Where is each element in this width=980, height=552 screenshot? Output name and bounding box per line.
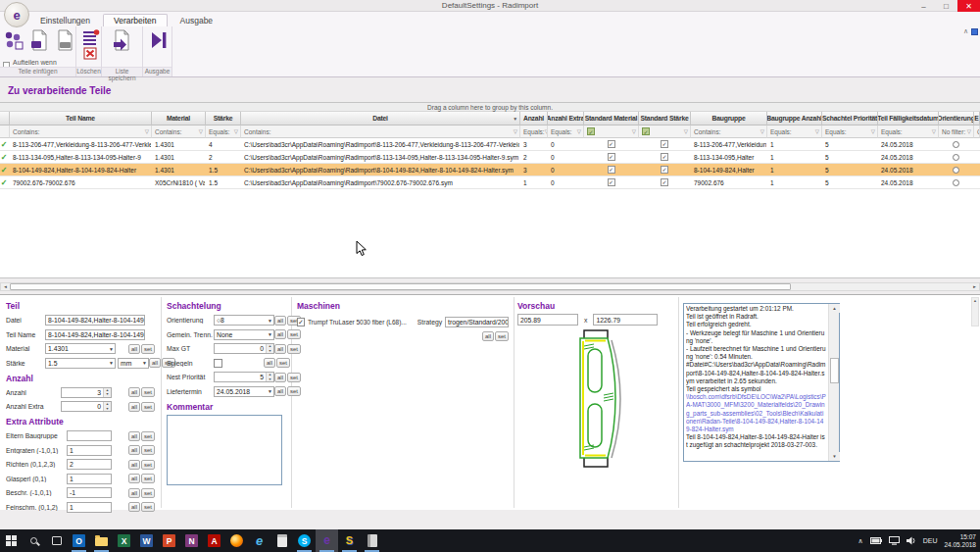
preview-height-field[interactable]: 1226.79 — [593, 314, 658, 326]
insert-parts-button[interactable] — [3, 28, 24, 56]
filter-baugruppe[interactable]: Contains:▽ — [691, 125, 767, 138]
set-button[interactable]: set — [141, 502, 155, 512]
column-header-schachtel_prio[interactable]: Schachtel Priorität — [822, 112, 878, 125]
maximize-button[interactable]: □ — [935, 0, 957, 12]
funnel-icon[interactable]: ▽ — [632, 128, 636, 134]
checkbox-checked-icon[interactable]: ✓ — [661, 153, 668, 161]
orientierung-select[interactable]: ○ 8▼ — [214, 315, 274, 326]
import-part-button[interactable] — [28, 28, 50, 56]
file-explorer-icon[interactable] — [90, 529, 113, 552]
scrollbar-thumb[interactable] — [830, 358, 839, 383]
filter-baugruppe_anzahl[interactable]: Equals:▽ — [767, 125, 822, 138]
checkbox-checked-icon[interactable]: ✓ — [608, 166, 615, 174]
group-by-bar[interactable]: Drag a column here to group by this colu… — [0, 103, 980, 112]
onenote-icon[interactable]: N — [180, 529, 203, 552]
all-button[interactable]: all — [128, 460, 140, 470]
funnel-icon[interactable]: ▽ — [199, 128, 203, 134]
eltern-baugruppe-field[interactable] — [67, 430, 112, 441]
anzahl-extra-spinner[interactable]: 0▲▼ — [61, 401, 112, 412]
filter-e[interactable]: C — [974, 125, 980, 138]
excel-icon[interactable]: X — [113, 529, 135, 552]
checkbox-checked-icon[interactable]: ✓ — [608, 140, 615, 148]
firefox-icon[interactable] — [225, 529, 248, 552]
filter-datei[interactable]: Contains:▽ — [241, 125, 520, 138]
funnel-icon[interactable]: ▽ — [234, 128, 238, 134]
set-button[interactable]: set — [141, 488, 155, 498]
column-header-orientierung[interactable]: Orientierung — [939, 112, 974, 125]
all-button[interactable]: all — [128, 387, 140, 397]
all-button[interactable]: all — [128, 344, 140, 354]
filter-faelligkeit[interactable]: Equals:▽ — [878, 125, 939, 138]
column-header-datei[interactable]: Datei▼ — [241, 112, 520, 125]
nc-app-icon[interactable]: S — [338, 529, 361, 552]
set-button[interactable]: set — [141, 474, 155, 483]
datei-field[interactable]: 8-104-149-824,Halter-8-104-149-824-H — [45, 315, 145, 326]
checkbox-checked-icon[interactable]: ✓ — [608, 153, 615, 161]
spinner-arrows[interactable]: ▲▼ — [266, 373, 273, 381]
glasperl-field[interactable]: 1 — [67, 474, 112, 484]
radio-icon[interactable] — [953, 167, 959, 174]
tray-clock[interactable]: 15:07 24.05.2018 — [944, 533, 976, 548]
beschr-field[interactable]: -1 — [67, 487, 112, 498]
set-button[interactable]: set — [287, 386, 301, 396]
filter-std_material[interactable]: ✓▽ — [584, 125, 639, 138]
filter-anzahl_extra[interactable]: Equals:▽ — [548, 125, 584, 138]
filter-material[interactable]: Contains:▽ — [152, 125, 206, 138]
spin-down-icon[interactable]: ▼ — [267, 349, 273, 354]
set-button[interactable]: set — [141, 460, 155, 470]
column-header-material[interactable]: Material — [152, 112, 206, 125]
spiegeln-checkbox[interactable] — [214, 359, 222, 368]
tab-einstellungen[interactable]: Einstellungen — [29, 14, 101, 26]
all-button[interactable]: all — [274, 373, 286, 382]
machine-checkbox[interactable]: ✓ — [297, 318, 305, 326]
funnel-icon[interactable]: ▽ — [577, 128, 581, 134]
table-row[interactable]: ✓8-113-134-095,Halter-8-113-134-095-Halt… — [0, 151, 980, 164]
spinner-arrows[interactable]: ▲▼ — [266, 344, 273, 353]
set-button[interactable]: set — [495, 331, 509, 341]
spin-down-icon[interactable]: ▼ — [104, 392, 111, 397]
delete-button[interactable] — [79, 28, 98, 65]
output-button[interactable] — [148, 28, 169, 56]
column-header-staerke[interactable]: Stärke — [206, 112, 241, 125]
skype-icon[interactable]: S — [293, 529, 316, 552]
set-button[interactable]: set — [287, 373, 301, 382]
import-dxf-button[interactable] — [54, 28, 75, 56]
checkbox-checked-icon[interactable]: ✓ — [661, 178, 668, 186]
scroll-left-icon[interactable]: ◄ — [1, 283, 10, 290]
set-button[interactable]: set — [141, 402, 155, 412]
panel-scrollbar[interactable]: ▲ — [971, 297, 979, 326]
all-button[interactable]: all — [274, 316, 286, 326]
radio-icon[interactable] — [953, 179, 959, 186]
start-button[interactable] — [0, 529, 23, 552]
log-scrollbar[interactable]: ▲ ▼ — [828, 304, 839, 461]
funnel-icon[interactable]: ▽ — [815, 128, 819, 134]
radimport-icon[interactable]: e — [316, 529, 338, 552]
richten-field[interactable]: 2 — [67, 459, 112, 470]
horizontal-scrollbar[interactable]: ◄ ► — [0, 282, 980, 291]
material-select[interactable]: 1.4301▼ — [45, 343, 116, 354]
filter-name[interactable]: Contains:▽ — [10, 125, 152, 138]
liefertermin-select[interactable]: 24.05.2018▼ — [214, 386, 274, 397]
strategy-select[interactable]: trogen/Standard/200mm ▼ — [445, 317, 509, 327]
feinschm-field[interactable]: 1 — [67, 502, 112, 513]
scroll-right-icon[interactable]: ► — [970, 283, 979, 290]
set-button[interactable]: set — [287, 344, 301, 354]
scroll-up-icon[interactable]: ▲ — [829, 304, 840, 313]
table-row[interactable]: ✓8-104-149-824,Halter-8-104-149-824-Halt… — [0, 164, 980, 176]
save-list-button[interactable] — [111, 28, 139, 56]
nest-prioritaet-spinner[interactable]: 5▲▼ — [214, 372, 274, 382]
gemein-trenn-select[interactable]: None▼ — [214, 329, 274, 340]
close-button[interactable]: ✕ — [957, 0, 980, 12]
spinner-arrows[interactable]: ▲▼ — [103, 388, 111, 397]
app-orb-button[interactable]: e — [4, 2, 29, 27]
ie-icon[interactable]: e — [248, 529, 270, 552]
set-button[interactable]: set — [141, 387, 155, 397]
radio-icon[interactable] — [953, 141, 959, 148]
max-gt-spinner[interactable]: 0▲▼ — [214, 343, 274, 354]
column-header-anzahl[interactable]: Anzahl — [520, 112, 548, 125]
filter-schachtel_prio[interactable]: Equals:▽ — [822, 125, 878, 138]
speaker-icon[interactable] — [906, 536, 916, 545]
column-header-baugruppe_anzahl[interactable]: Baugruppe Anzahl — [767, 112, 822, 125]
spin-down-icon[interactable]: ▼ — [104, 407, 111, 412]
tray-chevron-icon[interactable]: ∧ — [858, 537, 863, 545]
